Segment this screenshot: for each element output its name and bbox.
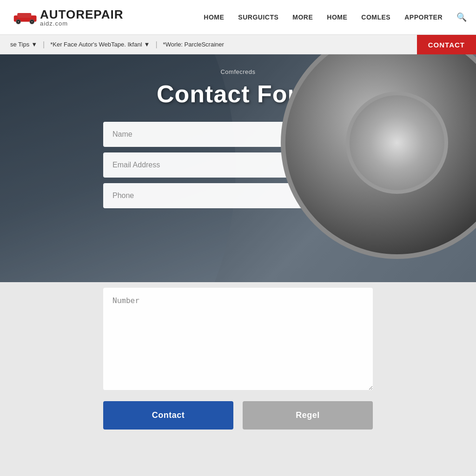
breadcrumb: Comfecreds	[220, 68, 255, 75]
site-header: AUTOREPAIR aidz.com HOME SURGUICTS MORE …	[0, 0, 476, 35]
car-logo-icon	[12, 10, 40, 24]
textarea-wrapper	[103, 282, 373, 392]
nav-home1[interactable]: HOME	[204, 13, 224, 21]
reset-button[interactable]: Regel	[243, 401, 373, 430]
nav-more[interactable]: MORE	[292, 13, 313, 21]
message-textarea[interactable]	[103, 288, 373, 390]
logo-domain: aidz.com	[40, 20, 124, 26]
nav-apporter[interactable]: APPORTER	[404, 13, 443, 21]
secondary-nav-bar: se Tips ▼ | *Ker Face Autor's WebTape. I…	[0, 35, 476, 54]
logo-text: AUTOREPAIR aidz.com	[40, 8, 124, 26]
secondary-nav-items: se Tips ▼ | *Ker Face Autor's WebTape. I…	[5, 40, 471, 49]
nav-combos[interactable]: COMLES	[361, 13, 390, 21]
form-buttons: Contact Regel	[103, 401, 373, 430]
main-nav: HOME SURGUICTS MORE HOME COMLES APPORTER…	[204, 12, 467, 22]
svg-rect-1	[17, 13, 31, 18]
nav-home2[interactable]: HOME	[327, 13, 347, 21]
hero-section: Comfecreds Contact Form	[0, 54, 476, 282]
search-button[interactable]: 🔍	[456, 12, 467, 22]
form-lower-section: Contact Regel	[0, 282, 476, 448]
nav-services[interactable]: SURGUICTS	[238, 13, 278, 21]
sec-nav-worle[interactable]: *Worle: ParcleScrainer	[158, 41, 230, 48]
logo: AUTOREPAIR aidz.com	[9, 8, 124, 26]
hero-wheel-hub	[346, 92, 448, 194]
svg-point-4	[18, 21, 19, 22]
sec-nav-face[interactable]: *Ker Face Autor's WebTape. Ikfanl ▼	[45, 41, 155, 48]
svg-point-5	[31, 21, 33, 22]
contact-button-secondary[interactable]: CONTACT	[417, 35, 476, 54]
logo-brand-name: AUTOREPAIR	[40, 8, 124, 20]
chevron-down-icon-2: ▼	[144, 41, 150, 48]
chevron-down-icon: ▼	[31, 41, 37, 48]
sec-nav-tips[interactable]: se Tips ▼	[5, 41, 43, 48]
submit-button[interactable]: Contact	[103, 401, 233, 430]
